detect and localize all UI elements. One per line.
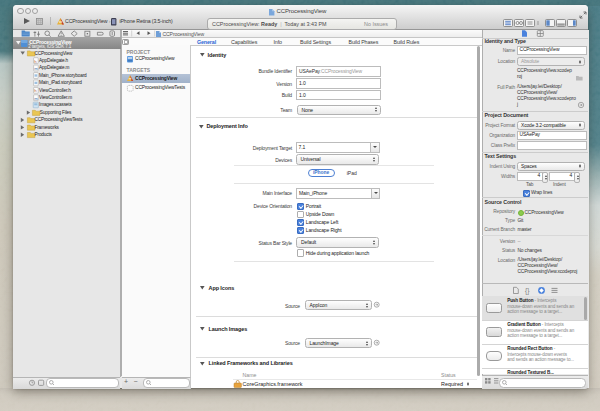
svg-text:m: m [34, 96, 38, 101]
svg-text:{}: {} [525, 287, 530, 295]
svg-text:m: m [34, 66, 38, 71]
